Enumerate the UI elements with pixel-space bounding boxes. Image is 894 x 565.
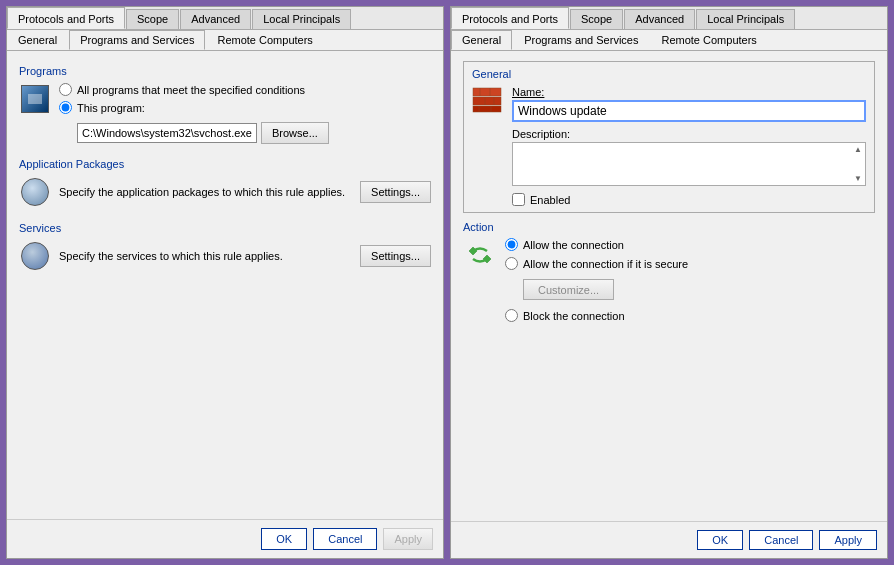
apply-button-left: Apply (383, 528, 433, 550)
radio-allow[interactable]: Allow the connection (505, 238, 688, 251)
radio-this-program[interactable]: This program: (59, 101, 329, 114)
tab-remote-computers-right[interactable]: Remote Computers (650, 30, 767, 50)
programs-radio-group: All programs that meet the specified con… (59, 83, 329, 144)
footer-right: OK Cancel Apply (451, 521, 887, 558)
app-pkg-section: Specify the application packages to whic… (19, 176, 431, 208)
radio-this-program-input[interactable] (59, 101, 72, 114)
radio-all-programs-input[interactable] (59, 83, 72, 96)
tab-row-bottom-right: General Programs and Services Remote Com… (451, 30, 887, 51)
services-label: Services (19, 222, 431, 234)
desc-container: ▲ ▼ (512, 142, 866, 189)
tab-protocols-ports-left[interactable]: Protocols and Ports (7, 7, 125, 29)
tab-scope-left[interactable]: Scope (126, 9, 179, 29)
dialog-left: Protocols and Ports Scope Advanced Local… (6, 6, 444, 559)
tab-advanced-left[interactable]: Advanced (180, 9, 251, 29)
tab-scope-right[interactable]: Scope (570, 9, 623, 29)
svg-rect-0 (473, 88, 501, 96)
svg-rect-1 (473, 97, 501, 105)
tab-programs-services-right[interactable]: Programs and Services (513, 30, 649, 50)
radio-block-input[interactable] (505, 309, 518, 322)
content-left: Programs All programs that meet the spec… (7, 51, 443, 519)
app-pkg-icon (21, 178, 49, 206)
enabled-label: Enabled (530, 194, 570, 206)
tab-remote-computers-left[interactable]: Remote Computers (206, 30, 323, 50)
services-icon-box (19, 240, 51, 272)
app-pkg-label: Application Packages (19, 158, 431, 170)
customize-button: Customize... (523, 279, 614, 300)
content-right: General (451, 51, 887, 521)
tab-protocols-ports-right[interactable]: Protocols and Ports (451, 7, 569, 29)
general-group: General (463, 61, 875, 213)
programs-section: All programs that meet the specified con… (19, 83, 431, 144)
footer-left: OK Cancel Apply (7, 519, 443, 558)
radio-allow-input[interactable] (505, 238, 518, 251)
tab-local-principals-left[interactable]: Local Principals (252, 9, 351, 29)
allow-icon-container (463, 238, 497, 272)
ok-button-left[interactable]: OK (261, 528, 307, 550)
radio-secure[interactable]: Allow the connection if it is secure (505, 257, 688, 270)
radio-all-programs[interactable]: All programs that meet the specified con… (59, 83, 329, 96)
programs-icon (21, 85, 49, 113)
action-section: Action Allow the connection (463, 221, 875, 322)
tab-programs-services-left[interactable]: Programs and Services (69, 30, 205, 50)
radio-secure-input[interactable] (505, 257, 518, 270)
general-inner: Name: Description: ▲ ▼ Enabled (472, 86, 866, 206)
general-group-label: General (472, 68, 866, 80)
tab-row-top-right: Protocols and Ports Scope Advanced Local… (451, 7, 887, 30)
services-section: Specify the services to which this rule … (19, 240, 431, 272)
ok-button-right[interactable]: OK (697, 530, 743, 550)
action-radio-group: Allow the connection Allow the connectio… (505, 238, 688, 322)
allow-icon (463, 238, 497, 272)
services-desc: Specify the services to which this rule … (59, 249, 352, 263)
app-pkg-desc: Specify the application packages to whic… (59, 185, 352, 199)
enabled-row: Enabled (512, 193, 866, 206)
cancel-button-left[interactable]: Cancel (313, 528, 377, 550)
brick-icon (472, 86, 502, 114)
programs-icon-box (19, 83, 51, 115)
desc-label: Description: (512, 128, 866, 140)
apply-button-right[interactable]: Apply (819, 530, 877, 550)
svg-rect-2 (473, 106, 501, 112)
services-icon (21, 242, 49, 270)
enabled-checkbox[interactable] (512, 193, 525, 206)
customize-row: Customize... (505, 276, 688, 300)
dialog-right: Protocols and Ports Scope Advanced Local… (450, 6, 888, 559)
general-fields: Name: Description: ▲ ▼ Enabled (512, 86, 866, 206)
scroll-up[interactable]: ▲ (854, 145, 862, 154)
tab-general-right[interactable]: General (451, 30, 512, 50)
scroll-down[interactable]: ▼ (854, 174, 862, 183)
name-input[interactable] (512, 100, 866, 122)
tab-advanced-right[interactable]: Advanced (624, 9, 695, 29)
name-label: Name: (512, 86, 866, 98)
cancel-button-right[interactable]: Cancel (749, 530, 813, 550)
action-label: Action (463, 221, 875, 233)
path-row: Browse... (77, 122, 329, 144)
radio-block[interactable]: Block the connection (505, 309, 688, 322)
programs-label: Programs (19, 65, 431, 77)
app-pkg-icon-box (19, 176, 51, 208)
program-path-input[interactable] (77, 123, 257, 143)
tab-row-top-left: Protocols and Ports Scope Advanced Local… (7, 7, 443, 30)
tab-general-left[interactable]: General (7, 30, 68, 50)
tab-local-principals-right[interactable]: Local Principals (696, 9, 795, 29)
settings2-button[interactable]: Settings... (360, 245, 431, 267)
desc-textarea[interactable] (512, 142, 866, 186)
scrollbar[interactable]: ▲ ▼ (851, 143, 865, 185)
tab-row-bottom-left: General Programs and Services Remote Com… (7, 30, 443, 51)
brick-icon-container (472, 86, 504, 118)
browse-button[interactable]: Browse... (261, 122, 329, 144)
action-inner: Allow the connection Allow the connectio… (463, 238, 875, 322)
settings1-button[interactable]: Settings... (360, 181, 431, 203)
